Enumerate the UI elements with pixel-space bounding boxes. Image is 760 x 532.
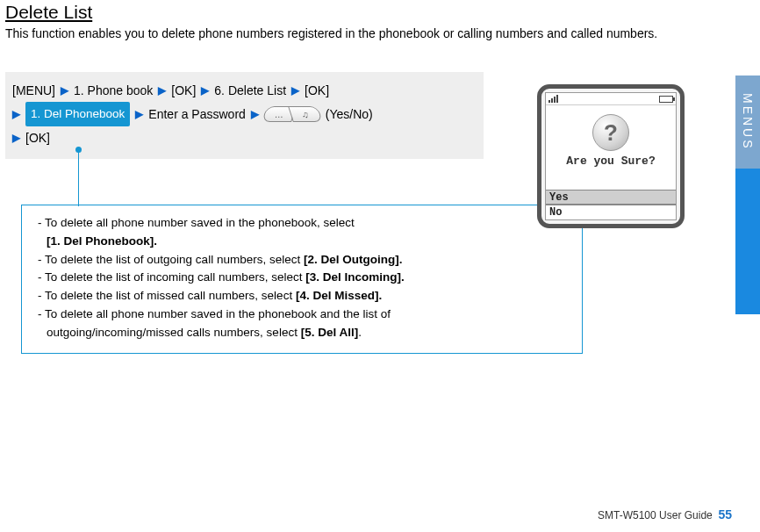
callout-connector <box>78 150 79 206</box>
opt-line: outgoing/incoming/missed calls numbers, … <box>47 326 301 339</box>
nav-enter-password: Enter a Password <box>148 103 246 126</box>
selected-option-pill: 1. Del Phonebook <box>25 102 130 126</box>
arrow-icon: ▶ <box>12 104 20 125</box>
opt-line: - To delete all phone number saved in th… <box>38 216 355 229</box>
phone-mockup: ? Are you Sure? Yes No <box>537 84 685 228</box>
section-tab-fill <box>735 169 760 314</box>
signal-icon <box>548 95 561 103</box>
nav-ok: [OK] <box>25 126 50 150</box>
arrow-icon: ▶ <box>251 104 259 125</box>
section-tab-label: MENUS <box>735 75 760 169</box>
section-title: Delete List <box>5 2 760 23</box>
nav-ok: [OK] <box>171 79 196 103</box>
opt-bold: [1. Del Phonebook]. <box>47 234 157 248</box>
softkey-icon: … ♫ <box>264 106 320 122</box>
phone-statusbar <box>546 93 676 105</box>
arrow-icon: ▶ <box>201 81 209 101</box>
arrow-icon: ▶ <box>135 104 143 125</box>
intro-text: This function enables you to delete phon… <box>5 25 672 42</box>
opt-line: - To delete all phone number saved in th… <box>38 307 391 320</box>
section-tab: MENUS <box>735 75 760 314</box>
nav-step-phonebook: 1. Phone book <box>74 79 153 103</box>
battery-icon <box>659 96 673 103</box>
opt-line: - To delete the list of incoming call nu… <box>38 270 305 284</box>
opt-bold: [4. Del Missed]. <box>296 289 382 302</box>
opt-line: - To delete the list of outgoing call nu… <box>38 253 304 266</box>
nav-ok: [OK] <box>305 79 329 103</box>
arrow-icon: ▶ <box>61 81 68 101</box>
arrow-icon: ▶ <box>158 81 166 101</box>
page-number: 55 <box>718 507 732 521</box>
opt-bold: [3. Del Incoming]. <box>305 270 405 284</box>
option-no[interactable]: No <box>546 205 676 219</box>
options-callout: - To delete all phone number saved in th… <box>21 205 583 354</box>
option-yes[interactable]: Yes <box>546 190 676 205</box>
nav-menu: [MENU] <box>12 79 55 103</box>
opt-bold: [5. Del All] <box>301 326 359 339</box>
footer-doc-title: SMT-W5100 User Guide <box>598 509 713 521</box>
page-footer: SMT-W5100 User Guide 55 <box>598 507 732 521</box>
navigation-steps: [MENU] ▶ 1. Phone book ▶ [OK] ▶ 6. Delet… <box>5 72 484 159</box>
opt-line: - To delete the list of missed call numb… <box>38 289 296 302</box>
arrow-icon: ▶ <box>12 128 20 148</box>
nav-step-deletelist: 6. Delete List <box>214 79 286 103</box>
arrow-icon: ▶ <box>291 81 299 101</box>
question-icon: ? <box>592 114 629 151</box>
confirm-prompt: Are you Sure? <box>566 155 655 168</box>
opt-bold: [2. Del Outgoing]. <box>304 253 403 266</box>
nav-yesno: (Yes/No) <box>326 103 373 126</box>
